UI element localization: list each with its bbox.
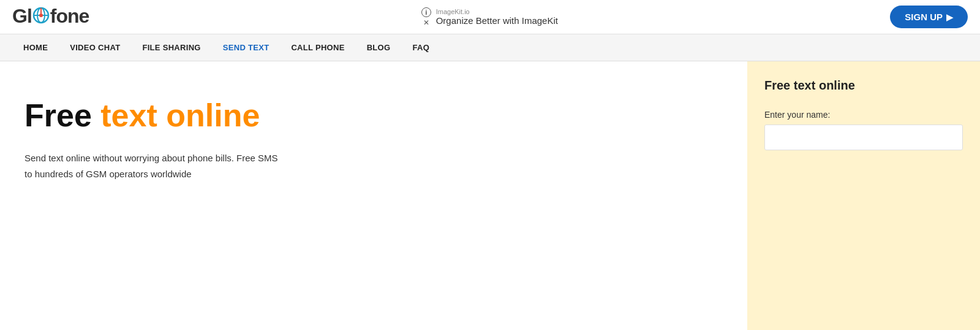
nav-item-faq[interactable]: FAQ: [401, 36, 440, 59]
nav-link-file-sharing[interactable]: FILE SHARING: [131, 36, 211, 59]
ad-info-icon[interactable]: i: [421, 7, 431, 17]
logo[interactable]: Gl fone: [12, 5, 89, 29]
signup-arrow-icon: ▶: [946, 12, 953, 22]
nav-item-send-text[interactable]: SEND TEXT: [212, 36, 281, 59]
ad-icons: i ✕: [421, 7, 431, 27]
hero-description: Send text online without worrying about …: [24, 150, 343, 182]
svg-point-3: [39, 13, 43, 17]
logo-globe-icon: [32, 6, 50, 29]
ad-source: ImageKit.io: [436, 8, 558, 15]
nav-link-blog[interactable]: BLOG: [356, 36, 402, 59]
hero-title: Free text online: [24, 98, 723, 133]
ad-title: Organize Better with ImageKit: [436, 15, 558, 26]
signup-button[interactable]: SIGN UP ▶: [890, 6, 968, 28]
nav-item-blog[interactable]: BLOG: [356, 36, 402, 59]
hero-title-part1: Free: [24, 98, 100, 133]
ad-bar: Gl fone i ✕ ImageKit.io Organize Better …: [0, 0, 980, 34]
logo-text-glob: Gl: [12, 5, 32, 27]
signup-label: SIGN UP: [905, 12, 943, 22]
content-area: Free text online Send text online withou…: [0, 61, 747, 330]
nav-list: HOME VIDEO CHAT FILE SHARING SEND TEXT C…: [12, 36, 440, 59]
hero-desc-line2: to hundreds of GSM operators worldwide: [24, 169, 192, 179]
name-input[interactable]: [764, 125, 963, 150]
nav-link-send-text[interactable]: SEND TEXT: [212, 36, 281, 59]
ad-text: ImageKit.io Organize Better with ImageKi…: [436, 8, 558, 26]
nav-link-video-chat[interactable]: VIDEO CHAT: [59, 36, 131, 59]
name-label: Enter your name:: [764, 110, 963, 120]
navigation: HOME VIDEO CHAT FILE SHARING SEND TEXT C…: [0, 34, 980, 61]
ad-container: i ✕ ImageKit.io Organize Better with Ima…: [421, 7, 558, 27]
nav-link-call-phone[interactable]: CALL PHONE: [280, 36, 355, 59]
ad-close-icon[interactable]: ✕: [422, 18, 431, 27]
nav-item-video-chat[interactable]: VIDEO CHAT: [59, 36, 131, 59]
main-layout: Free text online Send text online withou…: [0, 61, 980, 330]
nav-link-home[interactable]: HOME: [12, 36, 59, 59]
hero-title-highlight: text online: [100, 98, 260, 133]
hero-desc-line1: Send text online without worrying about …: [24, 153, 278, 163]
nav-item-call-phone[interactable]: CALL PHONE: [280, 36, 355, 59]
nav-link-faq[interactable]: FAQ: [401, 36, 440, 59]
nav-item-file-sharing[interactable]: FILE SHARING: [131, 36, 211, 59]
sidebar-form: Free text online Enter your name:: [747, 61, 980, 330]
form-title: Free text online: [764, 79, 963, 93]
logo-text-fone: fone: [50, 5, 89, 27]
nav-item-home[interactable]: HOME: [12, 36, 59, 59]
